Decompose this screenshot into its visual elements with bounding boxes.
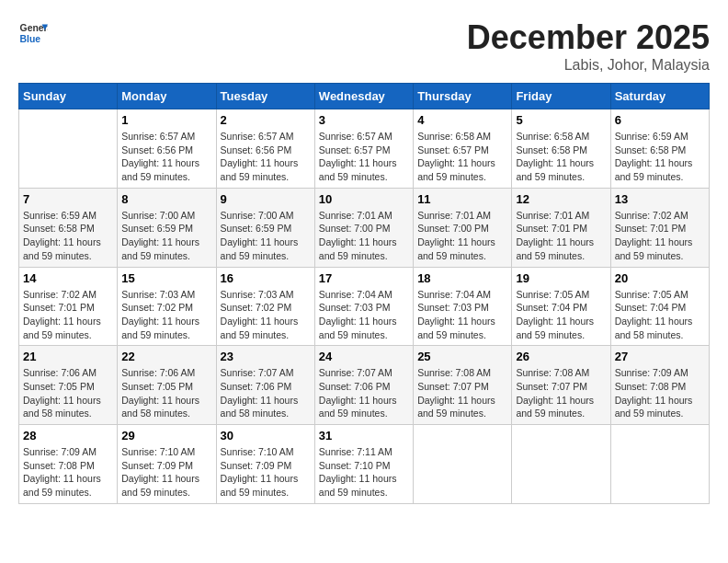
day-number: 9 bbox=[221, 192, 311, 206]
day-info: Sunrise: 7:09 AMSunset: 7:08 PMDaylight:… bbox=[23, 445, 113, 500]
day-info: Sunrise: 6:59 AMSunset: 6:58 PMDaylight:… bbox=[615, 130, 705, 184]
calendar-day-cell: 12Sunrise: 7:01 AMSunset: 7:01 PMDayligh… bbox=[512, 188, 610, 267]
calendar-day-cell: 26Sunrise: 7:08 AMSunset: 7:07 PMDayligh… bbox=[512, 346, 610, 425]
day-number: 18 bbox=[417, 271, 507, 285]
calendar-week-row: 1Sunrise: 6:57 AMSunset: 6:56 PMDaylight… bbox=[19, 109, 710, 189]
day-info: Sunrise: 6:58 AMSunset: 6:58 PMDaylight:… bbox=[516, 130, 606, 184]
calendar-day-cell: 23Sunrise: 7:07 AMSunset: 7:06 PMDayligh… bbox=[216, 346, 314, 425]
logo-icon: General Blue bbox=[18, 18, 48, 48]
day-number: 30 bbox=[221, 429, 311, 442]
calendar-day-cell: 13Sunrise: 7:02 AMSunset: 7:01 PMDayligh… bbox=[610, 188, 709, 267]
day-info: Sunrise: 7:01 AMSunset: 7:00 PMDaylight:… bbox=[319, 209, 409, 263]
calendar-day-cell: 10Sunrise: 7:01 AMSunset: 7:00 PMDayligh… bbox=[314, 188, 413, 267]
calendar-week-row: 7Sunrise: 6:59 AMSunset: 6:58 PMDaylight… bbox=[19, 188, 710, 267]
day-info: Sunrise: 7:03 AMSunset: 7:02 PMDaylight:… bbox=[221, 288, 311, 342]
calendar-day-cell: 14Sunrise: 7:02 AMSunset: 7:01 PMDayligh… bbox=[19, 267, 118, 346]
day-number: 16 bbox=[221, 271, 311, 285]
calendar-day-cell: 8Sunrise: 7:00 AMSunset: 6:59 PMDaylight… bbox=[118, 188, 216, 267]
calendar-day-cell: 20Sunrise: 7:05 AMSunset: 7:04 PMDayligh… bbox=[610, 267, 709, 346]
weekday-header: Monday bbox=[118, 84, 216, 109]
calendar-day-cell: 18Sunrise: 7:04 AMSunset: 7:03 PMDayligh… bbox=[414, 267, 512, 346]
calendar-week-row: 14Sunrise: 7:02 AMSunset: 7:01 PMDayligh… bbox=[19, 267, 710, 346]
day-number: 19 bbox=[516, 271, 606, 285]
day-number: 24 bbox=[319, 350, 409, 363]
calendar-day-cell bbox=[414, 425, 512, 504]
calendar-day-cell bbox=[19, 109, 118, 189]
calendar-day-cell: 4Sunrise: 6:58 AMSunset: 6:57 PMDaylight… bbox=[414, 109, 512, 189]
calendar-day-cell: 25Sunrise: 7:08 AMSunset: 7:07 PMDayligh… bbox=[414, 346, 512, 425]
day-info: Sunrise: 7:05 AMSunset: 7:04 PMDaylight:… bbox=[615, 288, 705, 342]
day-info: Sunrise: 7:11 AMSunset: 7:10 PMDaylight:… bbox=[319, 445, 409, 500]
day-info: Sunrise: 7:09 AMSunset: 7:08 PMDaylight:… bbox=[615, 366, 705, 420]
calendar-week-row: 28Sunrise: 7:09 AMSunset: 7:08 PMDayligh… bbox=[19, 425, 710, 504]
day-number: 27 bbox=[615, 350, 705, 363]
calendar-day-cell: 3Sunrise: 6:57 AMSunset: 6:57 PMDaylight… bbox=[314, 109, 413, 189]
day-info: Sunrise: 7:01 AMSunset: 7:00 PMDaylight:… bbox=[417, 209, 507, 263]
day-number: 2 bbox=[221, 113, 311, 127]
day-number: 15 bbox=[121, 271, 211, 285]
day-number: 29 bbox=[121, 429, 211, 442]
day-info: Sunrise: 7:07 AMSunset: 7:06 PMDaylight:… bbox=[319, 366, 409, 420]
logo: General Blue bbox=[18, 18, 48, 48]
weekday-header: Wednesday bbox=[314, 84, 413, 109]
calendar-day-cell: 29Sunrise: 7:10 AMSunset: 7:09 PMDayligh… bbox=[118, 425, 216, 504]
svg-text:Blue: Blue bbox=[20, 34, 41, 44]
day-info: Sunrise: 7:03 AMSunset: 7:02 PMDaylight:… bbox=[121, 288, 211, 342]
day-number: 8 bbox=[121, 192, 211, 206]
day-info: Sunrise: 7:10 AMSunset: 7:09 PMDaylight:… bbox=[121, 445, 211, 500]
day-number: 20 bbox=[615, 271, 705, 285]
day-info: Sunrise: 7:04 AMSunset: 7:03 PMDaylight:… bbox=[417, 288, 507, 342]
calendar-day-cell bbox=[610, 425, 709, 504]
day-info: Sunrise: 6:59 AMSunset: 6:58 PMDaylight:… bbox=[23, 209, 113, 263]
day-info: Sunrise: 7:08 AMSunset: 7:07 PMDaylight:… bbox=[516, 366, 606, 420]
day-info: Sunrise: 7:00 AMSunset: 6:59 PMDaylight:… bbox=[121, 209, 211, 263]
calendar-day-cell: 11Sunrise: 7:01 AMSunset: 7:00 PMDayligh… bbox=[414, 188, 512, 267]
day-info: Sunrise: 6:58 AMSunset: 6:57 PMDaylight:… bbox=[417, 130, 507, 184]
title-area: December 2025 Labis, Johor, Malaysia bbox=[467, 18, 710, 74]
page-header: General Blue December 2025 Labis, Johor,… bbox=[18, 18, 710, 74]
location: Labis, Johor, Malaysia bbox=[467, 57, 710, 74]
day-number: 5 bbox=[516, 113, 606, 127]
day-info: Sunrise: 7:06 AMSunset: 7:05 PMDaylight:… bbox=[121, 366, 211, 420]
day-number: 23 bbox=[221, 350, 311, 363]
day-info: Sunrise: 7:00 AMSunset: 6:59 PMDaylight:… bbox=[221, 209, 311, 263]
day-number: 12 bbox=[516, 192, 606, 206]
weekday-header: Tuesday bbox=[216, 84, 314, 109]
calendar-day-cell: 30Sunrise: 7:10 AMSunset: 7:09 PMDayligh… bbox=[216, 425, 314, 504]
calendar-day-cell: 6Sunrise: 6:59 AMSunset: 6:58 PMDaylight… bbox=[610, 109, 709, 189]
month-title: December 2025 bbox=[467, 18, 710, 57]
day-number: 4 bbox=[417, 113, 507, 127]
day-number: 21 bbox=[23, 350, 113, 363]
day-number: 1 bbox=[121, 113, 211, 127]
calendar-day-cell bbox=[512, 425, 610, 504]
calendar-day-cell: 19Sunrise: 7:05 AMSunset: 7:04 PMDayligh… bbox=[512, 267, 610, 346]
day-info: Sunrise: 7:06 AMSunset: 7:05 PMDaylight:… bbox=[23, 366, 113, 420]
day-number: 10 bbox=[319, 192, 409, 206]
day-number: 17 bbox=[319, 271, 409, 285]
day-info: Sunrise: 7:10 AMSunset: 7:09 PMDaylight:… bbox=[221, 445, 311, 500]
day-info: Sunrise: 7:05 AMSunset: 7:04 PMDaylight:… bbox=[516, 288, 606, 342]
day-info: Sunrise: 6:57 AMSunset: 6:57 PMDaylight:… bbox=[319, 130, 409, 184]
calendar-day-cell: 5Sunrise: 6:58 AMSunset: 6:58 PMDaylight… bbox=[512, 109, 610, 189]
day-number: 14 bbox=[23, 271, 113, 285]
day-info: Sunrise: 7:08 AMSunset: 7:07 PMDaylight:… bbox=[417, 366, 507, 420]
calendar-week-row: 21Sunrise: 7:06 AMSunset: 7:05 PMDayligh… bbox=[19, 346, 710, 425]
day-number: 13 bbox=[615, 192, 705, 206]
day-number: 28 bbox=[23, 429, 113, 442]
calendar-day-cell: 17Sunrise: 7:04 AMSunset: 7:03 PMDayligh… bbox=[314, 267, 413, 346]
calendar-header-row: SundayMondayTuesdayWednesdayThursdayFrid… bbox=[19, 84, 710, 109]
calendar-day-cell: 9Sunrise: 7:00 AMSunset: 6:59 PMDaylight… bbox=[216, 188, 314, 267]
day-info: Sunrise: 7:02 AMSunset: 7:01 PMDaylight:… bbox=[615, 209, 705, 263]
day-number: 22 bbox=[121, 350, 211, 363]
day-number: 6 bbox=[615, 113, 705, 127]
weekday-header: Friday bbox=[512, 84, 610, 109]
calendar-table: SundayMondayTuesdayWednesdayThursdayFrid… bbox=[18, 83, 710, 504]
day-info: Sunrise: 7:07 AMSunset: 7:06 PMDaylight:… bbox=[221, 366, 311, 420]
calendar-day-cell: 22Sunrise: 7:06 AMSunset: 7:05 PMDayligh… bbox=[118, 346, 216, 425]
day-number: 31 bbox=[319, 429, 409, 442]
weekday-header: Saturday bbox=[610, 84, 709, 109]
weekday-header: Thursday bbox=[414, 84, 512, 109]
day-info: Sunrise: 6:57 AMSunset: 6:56 PMDaylight:… bbox=[221, 130, 311, 184]
calendar-day-cell: 15Sunrise: 7:03 AMSunset: 7:02 PMDayligh… bbox=[118, 267, 216, 346]
calendar-day-cell: 27Sunrise: 7:09 AMSunset: 7:08 PMDayligh… bbox=[610, 346, 709, 425]
